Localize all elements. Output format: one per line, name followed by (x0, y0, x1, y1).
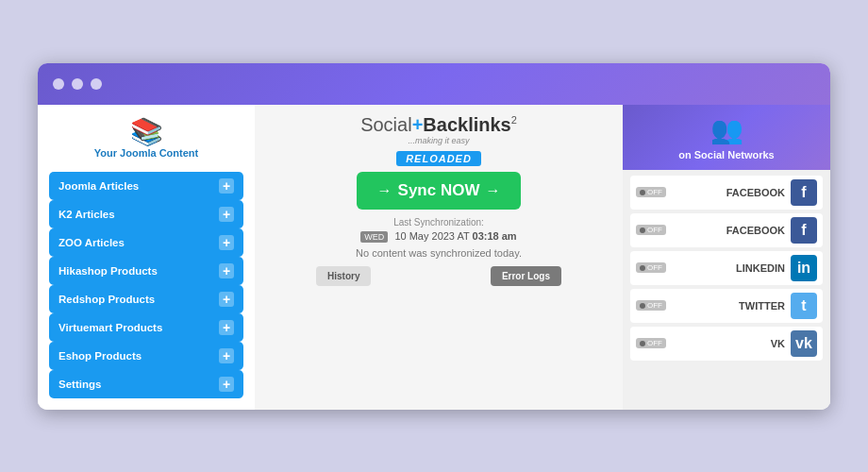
wed-badge: WED (360, 231, 388, 243)
toggle-indicator-2 (640, 265, 645, 271)
social-icon: 👥 (710, 114, 743, 145)
sidebar-item-plus: + (219, 263, 234, 278)
toggle-label-2: OFF (647, 263, 662, 272)
sidebar-item-eshop-products[interactable]: Eshop Products+ (49, 342, 243, 370)
sidebar-item-label: K2 Articles (58, 209, 115, 220)
sidebar-item-zoo-articles[interactable]: ZOO Articles+ (49, 228, 243, 257)
sidebar-item-k2-articles[interactable]: K2 Articles+ (49, 200, 243, 228)
toggle-off-2[interactable]: OFF (636, 262, 666, 273)
sidebar: 📚 Your Joomla Content Joomla Articles+K2… (38, 105, 255, 410)
sidebar-item-label: Virtuemart Products (58, 322, 162, 333)
toggle-label-1: OFF (647, 226, 662, 234)
network-name-4: VK (672, 338, 785, 349)
sync-time-value: 03:18 am (473, 230, 517, 242)
toggle-indicator-1 (640, 228, 645, 233)
network-name-3: TWITTER (672, 300, 785, 312)
logo-sup: 2 (511, 114, 517, 126)
sidebar-item-joomla-articles[interactable]: Joomla Articles+ (49, 172, 243, 200)
sidebar-item-label: Redshop Products (58, 294, 155, 305)
sync-time: WED 10 May 2023 AT 03:18 am (360, 230, 516, 242)
network-item-3[interactable]: OFF TWITTER t (630, 289, 823, 323)
last-sync-label: Last Synchronization: (393, 217, 484, 228)
toggle-label-3: OFF (647, 301, 662, 310)
center-panel: Social+Backlinks2 ...making it easy Relo… (255, 105, 623, 410)
network-name-2: LINKEDIN (672, 262, 785, 274)
toggle-off-4[interactable]: OFF (636, 338, 666, 348)
sidebar-header: 📚 Your Joomla Content (49, 116, 243, 159)
sidebar-item-virtuemart-products[interactable]: Virtuemart Products+ (49, 313, 243, 342)
right-panel: 👥 on Social Networks OFF FACEBOOK f OFF … (623, 105, 830, 410)
sync-now-button[interactable]: → Sync NOW → (357, 172, 522, 210)
content-area: 📚 Your Joomla Content Joomla Articles+K2… (38, 105, 830, 410)
sidebar-item-plus: + (219, 348, 234, 363)
sidebar-item-plus: + (219, 178, 234, 194)
sidebar-item-label: Joomla Articles (58, 180, 139, 192)
toggle-off-3[interactable]: OFF (636, 300, 666, 311)
right-header-label: on Social Networks (678, 149, 774, 160)
network-icon-0: f (791, 179, 817, 206)
history-button[interactable]: History (316, 266, 371, 286)
network-icon-3: t (791, 293, 817, 319)
no-content-message: No content was synchronized today. (356, 247, 522, 259)
sync-at-text: AT (457, 230, 469, 242)
network-name-0: FACEBOOK (672, 187, 785, 198)
network-item-0[interactable]: OFF FACEBOOK f (630, 176, 823, 210)
window-dot-3 (91, 78, 102, 90)
sync-arrow-left: → (377, 182, 392, 199)
network-list: OFF FACEBOOK f OFF FACEBOOK f OFF LINKED… (623, 170, 830, 366)
toggle-label-4: OFF (647, 339, 662, 347)
network-icon-2: in (791, 255, 817, 281)
toggle-label-0: OFF (647, 188, 662, 196)
toggle-indicator-3 (640, 303, 645, 309)
sidebar-item-hikashop-products[interactable]: Hikashop Products+ (49, 257, 243, 285)
sidebar-item-plus: + (219, 320, 234, 335)
sidebar-item-plus: + (219, 377, 234, 392)
toggle-off-1[interactable]: OFF (636, 225, 666, 235)
network-item-1[interactable]: OFF FACEBOOK f (630, 213, 823, 247)
window-dot-1 (53, 78, 64, 90)
sync-label: Sync NOW (398, 181, 480, 200)
sidebar-item-plus: + (219, 292, 234, 307)
sync-arrow-right: → (485, 182, 500, 199)
logo-bold: Backlinks (423, 114, 510, 135)
window-dot-2 (72, 78, 83, 90)
sidebar-item-redshop-products[interactable]: Redshop Products+ (49, 285, 243, 313)
logo-prefix: Social (360, 114, 411, 135)
network-item-2[interactable]: OFF LINKEDIN in (630, 251, 823, 285)
title-bar (38, 63, 830, 105)
main-window: 📚 Your Joomla Content Joomla Articles+K2… (38, 63, 830, 410)
logo-area: Social+Backlinks2 ...making it easy (360, 114, 517, 145)
toggle-indicator-0 (640, 190, 645, 195)
network-name-1: FACEBOOK (672, 225, 785, 236)
sidebar-item-label: Settings (58, 379, 101, 390)
sidebar-item-plus: + (219, 207, 234, 222)
error-logs-button[interactable]: Error Logs (491, 266, 561, 286)
toggle-indicator-4 (640, 341, 645, 346)
sidebar-item-settings[interactable]: Settings+ (49, 370, 243, 398)
sidebar-item-label: Eshop Products (58, 350, 142, 362)
sidebar-header-label: Your Joomla Content (94, 147, 198, 159)
reloaded-badge: Reloaded (396, 151, 481, 166)
bottom-buttons: History Error Logs (316, 266, 561, 286)
logo-arrow: + (412, 114, 424, 135)
right-header: 👥 on Social Networks (623, 105, 830, 170)
logo-title: Social+Backlinks2 (360, 114, 517, 136)
network-icon-4: vk (791, 330, 817, 357)
logo-tagline: ...making it easy (360, 136, 517, 145)
network-icon-1: f (791, 217, 817, 244)
sidebar-item-plus: + (219, 235, 234, 250)
sync-date: 10 May 2023 (394, 230, 455, 242)
sidebar-item-label: Hikashop Products (58, 265, 158, 277)
sidebar-item-label: ZOO Articles (58, 237, 125, 248)
toggle-off-0[interactable]: OFF (636, 187, 666, 197)
books-icon: 📚 (130, 116, 163, 147)
network-item-4[interactable]: OFF VK vk (630, 327, 823, 361)
